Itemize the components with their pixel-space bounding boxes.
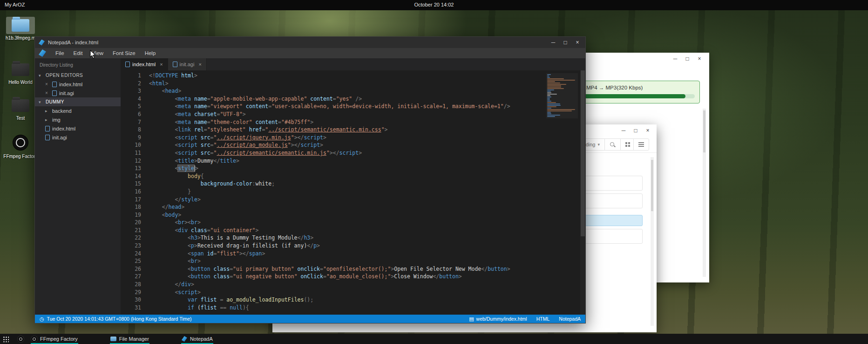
ffmpeg-launcher-icon[interactable] xyxy=(18,336,24,342)
code-line[interactable]: 5 <meta name="viewport" content="user-sc… xyxy=(121,103,585,110)
sidebar-item-img[interactable]: ▸img xyxy=(35,115,121,124)
editor-pane: index.html×init.agi× 1<!DOCTYPE html>2<h… xyxy=(121,58,585,315)
code-line[interactable]: 22 <h3>This is a Dummy Testing Module</h… xyxy=(121,234,585,242)
maximize-button[interactable]: □ xyxy=(681,55,693,62)
code-line[interactable]: 2<html> xyxy=(121,80,585,88)
scrollbar-thumb[interactable] xyxy=(581,70,585,236)
code-line[interactable]: 14 body{ xyxy=(121,172,585,180)
code-line[interactable]: 21 <div class="ui container"> xyxy=(121,227,585,234)
code-line[interactable]: 12 <title>Dummy</title> xyxy=(121,157,585,165)
code-line[interactable]: 19 <body> xyxy=(121,211,585,219)
code-line[interactable]: 31 if (flist == null){ xyxy=(121,304,585,312)
maximize-button[interactable]: □ xyxy=(630,127,642,134)
line-number: 27 xyxy=(121,273,149,281)
code-line[interactable]: 26 <button class="ui primary button" onc… xyxy=(121,265,585,273)
code-line[interactable]: 27 <button class="ui negative button" on… xyxy=(121,273,585,281)
menu-help[interactable]: Help xyxy=(140,50,161,56)
chevron-down-icon: ▾ xyxy=(39,100,44,104)
menu-font-size[interactable]: Font Size xyxy=(108,50,140,56)
close-icon[interactable]: × xyxy=(160,62,163,67)
close-button[interactable]: × xyxy=(571,39,583,46)
code-line[interactable]: 30 var flist = ao_module_loadInputFiles(… xyxy=(121,296,585,304)
code-line[interactable]: 13 <style> xyxy=(121,165,585,172)
minimap-line xyxy=(547,88,564,89)
code-line[interactable]: 29 <script> xyxy=(121,289,585,296)
close-button[interactable]: × xyxy=(693,55,705,62)
close-button[interactable]: × xyxy=(642,127,654,134)
close-icon[interactable]: × xyxy=(45,82,51,87)
taskbar-app-notepada[interactable]: NotepadA xyxy=(180,334,215,344)
grid-view-button[interactable] xyxy=(620,139,633,150)
code-line[interactable]: 1<!DOCTYPE html> xyxy=(121,72,585,80)
code-line[interactable]: 11 <script src="../script/semantic/seman… xyxy=(121,149,585,157)
code-line[interactable]: 15 background-color:white; xyxy=(121,180,585,188)
tab-init-agi[interactable]: init.agi× xyxy=(168,58,207,70)
line-text: <head> xyxy=(149,87,181,95)
sidebar-item-index-html[interactable]: ×index.html xyxy=(35,80,121,89)
start-menu-button[interactable] xyxy=(0,334,11,344)
file-manager-scrollbar[interactable] xyxy=(651,157,654,326)
code-line[interactable]: 23 <p>Received drag-in filelist (if any)… xyxy=(121,242,585,250)
code-line[interactable]: 7 <meta name="theme-color" content="#4b7… xyxy=(121,118,585,126)
minimap-line xyxy=(547,102,556,103)
code-line[interactable]: 17 </style> xyxy=(121,196,585,204)
sidebar-section-open-editors[interactable]: ▾OPEN EDITORS xyxy=(35,71,121,80)
desktop-icon-test[interactable]: Test xyxy=(3,97,38,121)
taskbar-app-file-manager[interactable]: File Manager xyxy=(108,334,151,344)
minimap[interactable] xyxy=(546,73,578,118)
code-line[interactable]: 6 <meta charset="UTF-8"> xyxy=(121,110,585,118)
status-language[interactable]: HTML xyxy=(536,316,550,322)
line-text: <script> xyxy=(149,289,201,296)
minimap-line xyxy=(547,110,572,111)
sidebar-item-init-agi[interactable]: ×init.agi xyxy=(35,89,121,97)
scrollbar-thumb[interactable] xyxy=(703,110,705,152)
code-line[interactable]: 10 <script src="../script/ao_module.js">… xyxy=(121,141,585,149)
line-text: <meta name="apple-mobile-web-app-capable… xyxy=(149,95,362,103)
line-text: <meta name="theme-color" content="#4b75f… xyxy=(149,118,313,126)
list-view-button[interactable] xyxy=(633,139,649,150)
menu-edit[interactable]: Edit xyxy=(69,50,88,56)
code-line[interactable]: 9 <script src="../script/jquery.min.js">… xyxy=(121,134,585,142)
document-icon: ▤ xyxy=(469,316,474,322)
sidebar-section-dummy[interactable]: ▾DUMMY xyxy=(35,97,121,106)
maximize-button[interactable]: □ xyxy=(559,39,571,46)
ffmpeg-scrollbar[interactable] xyxy=(703,109,706,277)
minimize-button[interactable]: ─ xyxy=(617,127,630,134)
editor-scrollbar[interactable] xyxy=(580,70,585,315)
close-icon[interactable]: × xyxy=(45,90,51,96)
line-text: <button class="ui negative button" onCli… xyxy=(149,273,462,281)
code-line[interactable]: 28 </div> xyxy=(121,281,585,289)
tab-label: init.agi xyxy=(180,62,195,67)
sidebar-item-backend[interactable]: ▸backend xyxy=(35,106,121,115)
sidebar-item-index-html[interactable]: index.html xyxy=(35,124,121,133)
code-line[interactable]: 16 } xyxy=(121,188,585,196)
close-icon[interactable]: × xyxy=(198,62,201,67)
code-line[interactable]: 3 <head> xyxy=(121,87,585,95)
line-number: 16 xyxy=(121,188,149,196)
code-line[interactable]: 20 <br><br> xyxy=(121,219,585,227)
code-line[interactable]: 8 <link rel="stylesheet" href="../script… xyxy=(121,126,585,134)
desktop-icon-hello-world[interactable]: Hello World xyxy=(3,61,38,85)
search-button[interactable] xyxy=(604,139,620,150)
line-number: 1 xyxy=(121,72,149,80)
code-line[interactable]: 24 <span id="flist"></span> xyxy=(121,250,585,258)
code-line[interactable]: 4 <meta name="apple-mobile-web-app-capab… xyxy=(121,95,585,103)
desktop-icon-h1b-3fmpeg-m[interactable]: h1b.3fmpeg.m xyxy=(3,17,38,41)
menu-file[interactable]: File xyxy=(51,50,69,56)
minimize-button[interactable]: ─ xyxy=(547,39,559,46)
window-title: NotepadA - index.html xyxy=(48,40,98,45)
tab-index-html[interactable]: index.html× xyxy=(121,58,168,70)
taskbar-apps: FFmpeg FactoryFile ManagerNotepadA xyxy=(24,334,215,344)
notepada-body: Directory Listing ▾OPEN EDITORS×index.ht… xyxy=(35,58,585,315)
code-line[interactable]: 18 </head> xyxy=(121,203,585,211)
code-editor[interactable]: 1<!DOCTYPE html>2<html>3 <head>4 <meta n… xyxy=(121,70,585,315)
minimap-line xyxy=(547,87,561,88)
taskbar-app-ffmpeg-factory[interactable]: FFmpeg Factory xyxy=(29,334,80,344)
code-line[interactable]: 25 <br> xyxy=(121,257,585,265)
sidebar-item-init-agi[interactable]: init.agi xyxy=(35,133,121,142)
notepada-window[interactable]: NotepadA - index.html ─ □ × File Edit Vi… xyxy=(34,36,586,323)
scrollbar-thumb[interactable] xyxy=(651,160,653,211)
minimize-button[interactable]: ─ xyxy=(669,55,681,62)
desktop-icon-ffmpeg-factory[interactable]: FFmpeg Factory xyxy=(3,133,38,159)
tab-bar: index.html×init.agi× xyxy=(121,58,585,70)
